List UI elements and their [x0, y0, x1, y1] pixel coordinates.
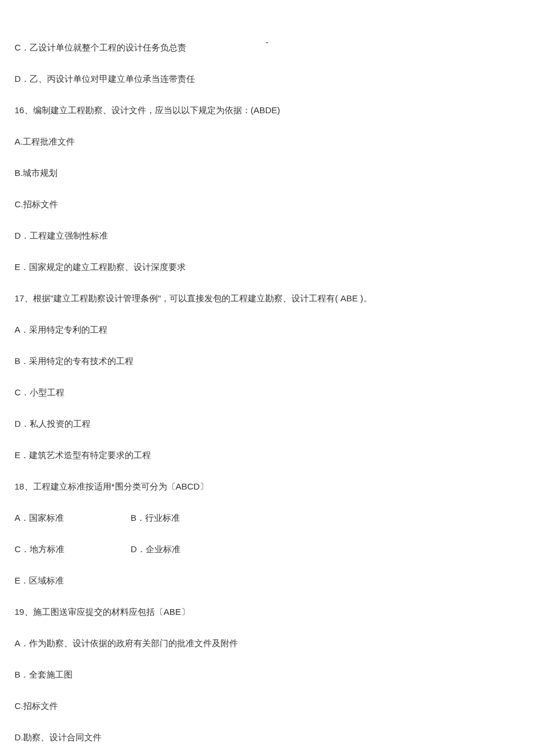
q19-stem: 19、施工图送审应提交的材料应包括〔ABE〕: [15, 605, 519, 619]
q18-option-a: A．国家标准: [15, 511, 131, 525]
q18-option-b: B．行业标准: [131, 511, 247, 525]
footer-left: .: [102, 754, 103, 756]
q16-option-a: A.工程批准文件: [15, 135, 519, 149]
q16-stem: 16、编制建立工程勘察、设计文件，应当以以下规定为依据：(ABDE): [15, 103, 519, 117]
q18-stem: 18、工程建立标准按适用*围分类可分为〔ABCD〕: [15, 480, 519, 494]
q19-option-b: B．全套施工图: [15, 668, 519, 682]
q19-option-c: C.招标文件: [15, 699, 519, 713]
header-mark: -: [266, 36, 269, 49]
q15-option-d: D．乙、丙设计单位对甲建立单位承当连带责任: [15, 72, 519, 86]
q16-option-e: E．国家规定的建立工程勘察、设计深度要求: [15, 260, 519, 274]
q17-option-e: E．建筑艺术造型有特定要求的工程: [15, 448, 519, 462]
q17-option-d: D．私人投资的工程: [15, 417, 519, 431]
q18-row-cd: C．地方标准 D．企业标准: [15, 542, 519, 556]
q16-option-c: C.招标文件: [15, 197, 519, 211]
q16-option-d: D．工程建立强制性标准: [15, 229, 519, 243]
q16-option-b: B.城市规划: [15, 166, 519, 180]
q18-option-c: C．地方标准: [15, 542, 131, 556]
q18-option-e: E．区域标准: [15, 574, 519, 588]
q19-option-a: A．作为勘察、设计依据的政府有关部门的批准文件及附件: [15, 636, 519, 650]
q17-stem: 17、根据"建立工程勘察设计管理条例"，可以直接发包的工程建立勘察、设计工程有(…: [15, 291, 519, 305]
q17-option-b: B．采用特定的专有技术的工程: [15, 354, 519, 368]
q19-option-d: D.勘察、设计合同文件: [15, 730, 519, 744]
q17-option-c: C．小型工程: [15, 386, 519, 399]
q17-option-a: A．采用特定专利的工程: [15, 323, 519, 337]
q18-row-ab: A．国家标准 B．行业标准: [15, 511, 519, 525]
footer: . z.: [0, 754, 534, 756]
footer-right: z.: [427, 754, 432, 756]
q18-option-d: D．企业标准: [131, 542, 247, 556]
